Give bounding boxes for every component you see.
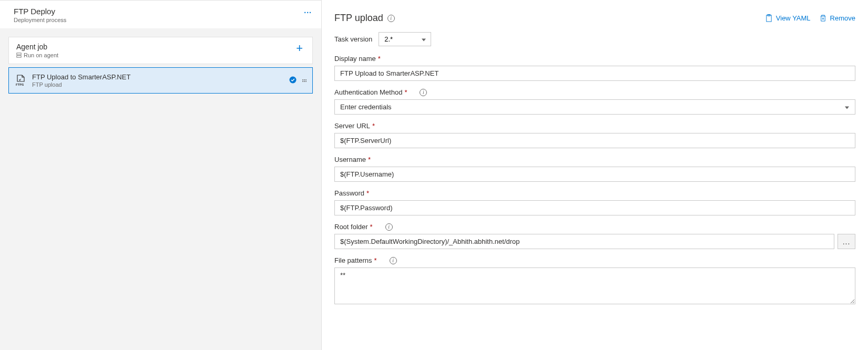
svg-rect-1: [17, 56, 21, 57]
agent-job-card[interactable]: Agent job Run on agent +: [8, 37, 313, 64]
panel-title: FTP upload i: [334, 13, 395, 24]
required-marker: *: [372, 122, 375, 130]
status-ok-icon: [289, 76, 297, 85]
display-name-label: Display name *: [334, 55, 855, 63]
server-url-label-text: Server URL: [334, 122, 370, 130]
remove-label: Remove: [830, 14, 855, 22]
deployment-subtitle: Deployment process: [14, 17, 303, 23]
view-yaml-label: View YAML: [776, 14, 811, 22]
task-version-select-wrap: 2.*: [379, 32, 431, 46]
username-group: Username *: [334, 156, 855, 182]
deployment-title: FTP Deploy: [14, 7, 303, 16]
server-icon: [16, 53, 22, 58]
trash-icon: [819, 14, 827, 22]
left-panel: FTP Deploy Deployment process ··· Agent …: [0, 0, 322, 350]
required-marker: *: [374, 256, 377, 264]
required-marker: *: [366, 189, 369, 197]
svg-text:FTPS: FTPS: [16, 83, 24, 86]
task-version-label: Task version: [334, 35, 372, 43]
browse-button[interactable]: ...: [838, 234, 855, 249]
password-label: Password *: [334, 189, 855, 197]
task-info: FTP Upload to SmarterASP.NET FTP upload: [32, 73, 284, 88]
auth-method-select[interactable]: Enter credentials: [334, 99, 855, 115]
root-folder-label: Root folder * i: [334, 223, 855, 231]
display-name-group: Display name *: [334, 55, 855, 81]
display-name-label-text: Display name: [334, 55, 376, 63]
task-subtitle: FTP upload: [32, 81, 284, 88]
root-folder-row: ...: [334, 234, 855, 249]
task-version-row: Task version 2.*: [334, 28, 855, 55]
root-folder-label-text: Root folder: [334, 223, 368, 231]
agent-info: Agent job Run on agent: [16, 43, 294, 58]
password-group: Password *: [334, 189, 855, 215]
right-header: FTP upload i View YAML Remove: [334, 0, 855, 28]
header-text: FTP Deploy Deployment process: [14, 7, 303, 23]
panel-title-text: FTP upload: [334, 13, 383, 24]
clipboard-icon: [765, 14, 773, 22]
file-patterns-label: File patterns * i: [334, 256, 855, 264]
root-folder-input[interactable]: [334, 234, 834, 249]
root-folder-group: Root folder * i ...: [334, 223, 855, 249]
info-icon[interactable]: i: [390, 257, 397, 264]
server-url-label: Server URL *: [334, 122, 855, 130]
more-options-button[interactable]: ···: [303, 7, 313, 18]
info-icon[interactable]: i: [420, 89, 427, 96]
file-patterns-label-text: File patterns: [334, 256, 372, 264]
info-icon[interactable]: i: [385, 223, 393, 231]
agent-subtitle-text: Run on agent: [24, 52, 58, 58]
view-yaml-button[interactable]: View YAML: [765, 14, 811, 22]
left-header: FTP Deploy Deployment process ···: [0, 0, 321, 28]
server-url-group: Server URL *: [334, 122, 855, 148]
task-ftp-upload[interactable]: FTPS FTP Upload to SmarterASP.NET FTP up…: [8, 67, 313, 94]
auth-method-label: Authentication Method * i: [334, 88, 855, 96]
required-marker: *: [404, 88, 407, 96]
required-marker: *: [368, 156, 371, 163]
required-marker: *: [370, 223, 373, 231]
username-label: Username *: [334, 156, 855, 163]
task-title: FTP Upload to SmarterASP.NET: [32, 73, 284, 81]
add-task-button[interactable]: +: [294, 43, 305, 54]
server-url-input[interactable]: [334, 133, 855, 148]
drag-handle[interactable]: [302, 79, 307, 82]
remove-button[interactable]: Remove: [819, 14, 855, 22]
file-patterns-group: File patterns * i: [334, 256, 855, 306]
left-body: Agent job Run on agent + FTPS FTP Upload…: [0, 28, 321, 350]
username-input[interactable]: [334, 167, 855, 182]
password-input[interactable]: [334, 200, 855, 215]
info-icon[interactable]: i: [387, 15, 395, 22]
auth-method-group: Authentication Method * i Enter credenti…: [334, 88, 855, 115]
password-label-text: Password: [334, 189, 364, 197]
agent-subtitle: Run on agent: [16, 52, 294, 58]
auth-method-select-wrap: Enter credentials: [334, 99, 855, 115]
required-marker: *: [378, 55, 381, 63]
svg-rect-0: [17, 53, 21, 55]
agent-title: Agent job: [16, 43, 294, 51]
auth-method-label-text: Authentication Method: [334, 88, 402, 96]
right-panel: FTP upload i View YAML Remove Task versi…: [322, 0, 868, 350]
ftp-icon: FTPS: [14, 74, 27, 87]
task-version-select[interactable]: 2.*: [379, 32, 431, 46]
file-patterns-textarea[interactable]: [334, 267, 855, 304]
username-label-text: Username: [334, 156, 366, 163]
display-name-input[interactable]: [334, 66, 855, 81]
